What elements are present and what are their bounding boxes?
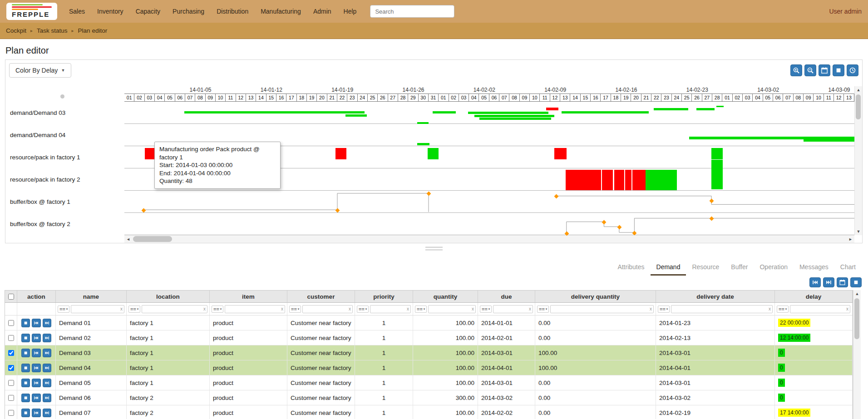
filter-text-input[interactable] [428, 305, 476, 313]
gantt-horizontal-scrollbar[interactable]: ◄ ► [124, 235, 854, 243]
column-header-item[interactable]: item [210, 291, 287, 302]
scrollbar-thumb[interactable] [856, 94, 861, 119]
menu-item-sales[interactable]: Sales [69, 8, 85, 15]
row-checkbox[interactable] [8, 380, 14, 386]
filter-text-input[interactable] [790, 305, 850, 313]
column-header-deliverydate[interactable]: delivery date [656, 291, 775, 302]
gantt-bar[interactable] [625, 170, 631, 190]
column-header-name[interactable]: name [56, 291, 127, 302]
filter-text-input[interactable] [493, 305, 533, 313]
user-menu[interactable]: User admin [829, 8, 862, 15]
filter-operator-dropdown[interactable]: ==▾ [777, 306, 789, 313]
filter-clear-icon[interactable]: x [281, 306, 283, 312]
tab-buffer[interactable]: Buffer [725, 260, 754, 276]
filter-clear-icon[interactable]: x [846, 306, 848, 312]
row-checkbox[interactable] [8, 365, 14, 371]
tab-demand[interactable]: Demand [651, 260, 686, 276]
skip-to-end-button[interactable] [43, 409, 51, 417]
table-row[interactable]: Demand 03factory 1productCustomer near f… [5, 345, 853, 360]
skip-to-end-button[interactable] [43, 319, 51, 327]
gantt-bar[interactable] [417, 143, 429, 145]
filter-operator-dropdown[interactable]: ==▾ [58, 306, 69, 313]
filter-operator-dropdown[interactable]: ==▾ [128, 306, 140, 313]
tab-attributes[interactable]: Attributes [612, 260, 650, 276]
skip-to-start-button[interactable] [32, 394, 40, 402]
table-row[interactable]: Demand 04factory 1productCustomer near f… [5, 360, 853, 375]
gantt-bar[interactable] [335, 148, 347, 159]
gantt-bar[interactable] [428, 148, 439, 159]
gantt-bar[interactable] [554, 148, 567, 159]
skip-to-start-button[interactable] [32, 379, 40, 387]
filter-operator-dropdown[interactable]: ==▾ [289, 306, 301, 313]
skip-to-end-button[interactable] [823, 277, 834, 287]
filter-operator-dropdown[interactable]: ==▾ [212, 306, 223, 313]
stop-button[interactable] [21, 364, 30, 372]
color-by-dropdown[interactable]: Color By Delay ▼ [9, 63, 71, 78]
filter-operator-dropdown[interactable]: ==▾ [415, 306, 427, 313]
clock-button[interactable] [847, 64, 858, 76]
scroll-up-icon[interactable]: ▲ [855, 291, 859, 296]
scroll-up-icon[interactable]: ▲ [857, 88, 861, 92]
gantt-bar[interactable] [345, 114, 367, 117]
table-row[interactable]: Demand 02factory 1productCustomer near f… [5, 330, 853, 345]
breadcrumb-item[interactable]: Cockpit [6, 27, 26, 34]
filter-operator-dropdown[interactable]: ==▾ [357, 306, 369, 313]
scroll-left-icon[interactable]: ◄ [124, 237, 132, 242]
stop-button[interactable] [21, 409, 30, 417]
tab-chart[interactable]: Chart [834, 260, 862, 276]
table-vertical-scrollbar[interactable]: ▲ ▼ [853, 290, 861, 419]
skip-to-end-button[interactable] [43, 349, 51, 357]
gantt-bar[interactable] [711, 170, 723, 189]
column-header-quantity[interactable]: quantity [413, 291, 478, 302]
gantt-bar[interactable] [145, 148, 155, 159]
gantt-bar[interactable] [468, 112, 548, 114]
table-row[interactable]: Demand 01factory 1productCustomer near f… [5, 315, 853, 330]
gantt-bar[interactable] [479, 118, 552, 120]
filter-operator-dropdown[interactable]: ==▾ [537, 306, 549, 313]
filter-text-input[interactable] [550, 305, 654, 313]
menu-item-admin[interactable]: Admin [313, 8, 331, 15]
filter-text-input[interactable] [671, 305, 773, 313]
table-row[interactable]: Demand 05factory 1productCustomer near f… [5, 375, 853, 390]
gantt-bar[interactable] [602, 170, 613, 190]
tab-resource[interactable]: Resource [686, 260, 725, 276]
filter-clear-icon[interactable]: x [650, 306, 652, 312]
skip-to-end-button[interactable] [43, 334, 51, 342]
gantt-bar[interactable] [614, 170, 624, 190]
stop-button[interactable] [21, 349, 30, 357]
stop-button[interactable] [833, 64, 844, 76]
filter-clear-icon[interactable]: x [407, 306, 409, 312]
stop-button[interactable] [21, 394, 30, 402]
column-header-delay[interactable]: delay [775, 291, 853, 302]
calendar-button[interactable] [837, 277, 848, 287]
filter-clear-icon[interactable]: x [529, 306, 531, 312]
gantt-bar[interactable] [711, 148, 723, 159]
skip-to-end-button[interactable] [43, 364, 51, 372]
gantt-bar[interactable] [546, 108, 558, 110]
gantt-bar[interactable] [646, 170, 677, 190]
column-header-customer[interactable]: customer [287, 291, 355, 302]
column-header-deliveryquantity[interactable]: delivery quantity [535, 291, 656, 302]
filter-operator-dropdown[interactable]: ==▾ [480, 306, 492, 313]
frepple-logo[interactable]: FREPPLE [6, 3, 57, 20]
gantt-vertical-scrollbar[interactable]: ▲ ▼ [854, 86, 862, 235]
menu-item-purchasing[interactable]: Purchasing [173, 8, 204, 15]
tab-messages[interactable]: Messages [794, 260, 834, 276]
filter-clear-icon[interactable]: x [203, 306, 206, 312]
filter-clear-icon[interactable]: x [120, 306, 123, 312]
zoom-out-button[interactable] [804, 64, 816, 76]
row-checkbox[interactable] [8, 350, 14, 356]
filter-text-input[interactable] [142, 305, 207, 313]
column-header-check[interactable] [5, 291, 17, 302]
stop-button[interactable] [21, 379, 30, 387]
gantt-bar[interactable] [184, 111, 365, 113]
menu-item-distribution[interactable]: Distribution [217, 8, 248, 15]
gantt-bar[interactable] [474, 115, 554, 117]
splitter-handle[interactable] [425, 247, 443, 250]
row-checkbox[interactable] [8, 395, 14, 401]
menu-item-manufacturing[interactable]: Manufacturing [261, 8, 301, 15]
stop-button[interactable] [21, 319, 30, 327]
filter-text-input[interactable] [370, 305, 411, 313]
column-header-action[interactable]: action [17, 291, 56, 302]
filter-clear-icon[interactable]: x [769, 306, 771, 312]
